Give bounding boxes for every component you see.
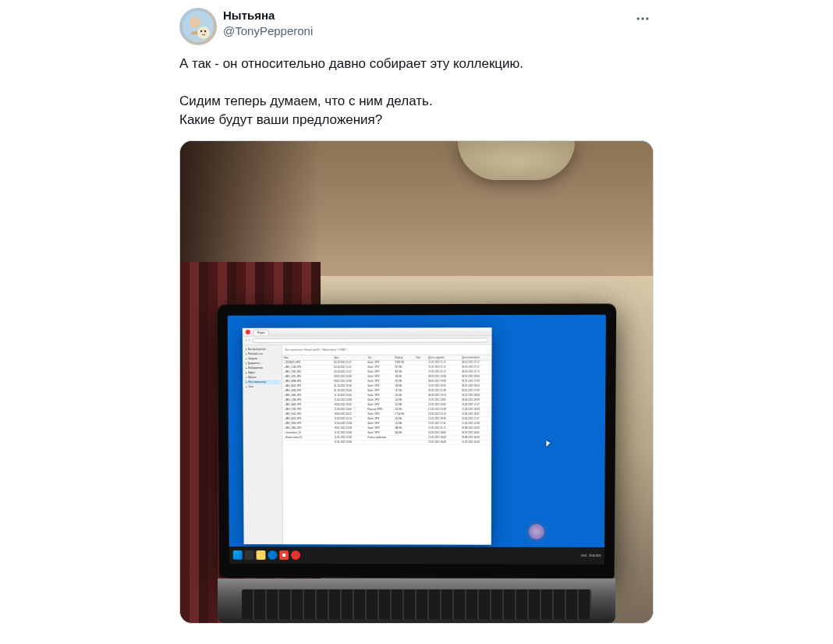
- svg-point-1: [190, 17, 200, 28]
- back-icon[interactable]: ‹: [246, 339, 246, 342]
- avatar[interactable]: [179, 8, 217, 45]
- forward-icon[interactable]: ›: [249, 339, 250, 342]
- taskbar-chrome-icon[interactable]: [279, 550, 289, 560]
- column-header[interactable]: Имя: [283, 356, 333, 359]
- column-header[interactable]: Теги: [414, 356, 427, 359]
- explorer-sidebar: ▸ Быстрый доступ▸ Рабочий стол▸ Загрузки…: [243, 345, 283, 544]
- start-button[interactable]: [233, 550, 243, 560]
- ellipsis-icon: [635, 11, 650, 27]
- tweet-container: Нытьяна @TonyPepperoni А так - он относи…: [167, 8, 666, 624]
- taskbar-explorer-icon[interactable]: [257, 550, 266, 560]
- laptop-keyboard: [242, 589, 591, 619]
- explorer-path[interactable]: Этот компьютер › Новый том (E:) › Новая …: [282, 345, 492, 356]
- column-header[interactable]: Дата изменения: [461, 356, 492, 359]
- tweet-header: Нытьяна @TonyPepperoni: [179, 8, 654, 45]
- mouse-cursor-icon: [546, 441, 552, 450]
- svg-point-7: [646, 17, 648, 19]
- photo-scene: Яндекс ‹ › ▸ Быстрый доступ▸ Рабочий сто…: [180, 141, 653, 623]
- tray-time: 18:45: [581, 554, 587, 557]
- laptop-screen: Яндекс ‹ › ▸ Быстрый доступ▸ Рабочий сто…: [228, 315, 607, 564]
- svg-point-3: [200, 30, 202, 32]
- column-header[interactable]: Дата создания: [427, 356, 461, 359]
- explorer-file-list: ▪ 20200221.JPG04.10.2022 21:12Файл "JPG"…: [283, 361, 493, 545]
- browser-tabbar: Яндекс: [243, 327, 492, 337]
- column-header[interactable]: Дата: [333, 356, 367, 359]
- display-name[interactable]: Нытьяна: [223, 8, 313, 23]
- avatar-image-icon: [183, 11, 214, 42]
- svg-point-2: [197, 27, 210, 39]
- laptop-bezel: Яндекс ‹ › ▸ Быстрый доступ▸ Рабочий сто…: [218, 304, 617, 579]
- svg-point-6: [641, 17, 643, 19]
- yandex-logo-icon: [246, 330, 250, 334]
- ceiling-lamp: [458, 141, 575, 180]
- browser-window: Яндекс ‹ › ▸ Быстрый доступ▸ Рабочий сто…: [243, 327, 492, 544]
- browser-tab[interactable]: Яндекс: [253, 329, 269, 334]
- alice-assistant-icon[interactable]: [529, 524, 544, 540]
- user-handle[interactable]: @TonyPepperoni: [223, 23, 313, 39]
- browser-toolbar: ‹ ›: [243, 336, 492, 345]
- file-explorer-window: ▸ Быстрый доступ▸ Рабочий стол▸ Загрузки…: [243, 345, 492, 545]
- laptop-base: [218, 579, 615, 623]
- column-header[interactable]: Размер: [394, 356, 415, 359]
- windows-taskbar: 18:45 09.08.2023: [229, 547, 605, 564]
- column-header[interactable]: Тип: [367, 356, 394, 359]
- sidebar-item[interactable]: ▸ Сеть: [245, 384, 281, 389]
- taskbar-search-icon[interactable]: [245, 550, 254, 560]
- svg-point-4: [204, 30, 206, 32]
- system-tray[interactable]: 18:45 09.08.2023: [581, 554, 601, 557]
- user-names: Нытьяна @TonyPepperoni: [223, 8, 313, 38]
- more-button[interactable]: [632, 8, 654, 33]
- laptop: Яндекс ‹ › ▸ Быстрый доступ▸ Рабочий сто…: [218, 305, 615, 623]
- file-row[interactable]: 21.01.2022 13:3421.07.2022 18:4021.07.20…: [283, 441, 492, 445]
- taskbar-yandex-icon[interactable]: [291, 550, 300, 560]
- svg-point-5: [637, 17, 640, 19]
- address-bar[interactable]: [253, 338, 490, 344]
- tweet-media[interactable]: Яндекс ‹ › ▸ Быстрый доступ▸ Рабочий сто…: [179, 140, 654, 624]
- tray-date: 09.08.2023: [590, 554, 601, 557]
- tweet-text: А так - он относительно давно собирает э…: [179, 55, 654, 129]
- explorer-main: Этот компьютер › Новый том (E:) › Новая …: [282, 345, 492, 545]
- taskbar-edge-icon[interactable]: [268, 550, 277, 560]
